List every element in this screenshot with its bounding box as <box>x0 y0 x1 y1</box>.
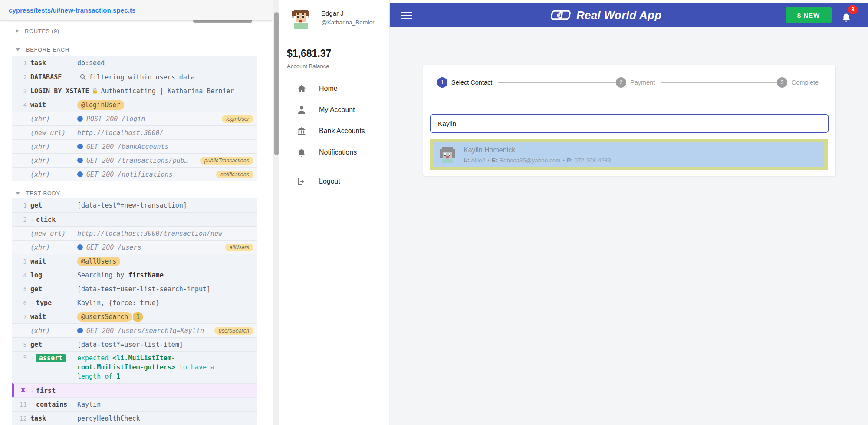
new-transaction-card: 1 Select Contact 2 Payment 3 Complete <box>423 65 835 176</box>
url-value: http://localhost:3000/ <box>77 129 164 137</box>
xhr-row[interactable]: (xhr) GET 200 /notifications notificatio… <box>12 167 257 181</box>
user-list-item-highlight[interactable]: Kaylin Homenick U: Allie2•E: Rebeca35@ya… <box>430 139 828 170</box>
new-url-label: (new url) <box>30 230 77 237</box>
wait-alias-pill: @allUsers <box>77 257 120 266</box>
app-logo: $ $ Real World App <box>549 8 661 23</box>
menu-icon[interactable] <box>401 10 412 20</box>
sidebar-item-bank-accounts[interactable]: Bank Accounts <box>280 120 390 142</box>
sidebar-item-home[interactable]: Home <box>280 78 390 99</box>
wait-alias-count: 1 <box>133 312 143 322</box>
command-name: LOGIN BY XSTATE <box>30 87 89 95</box>
user-avatar <box>290 8 311 29</box>
wait-alias-pill: @usersSearch <box>77 312 132 322</box>
command-value: Searching by firstName <box>77 271 164 279</box>
command-name: -type <box>30 299 77 307</box>
contact-name: Kaylin Homenick <box>464 146 515 154</box>
new-transaction-button[interactable]: $ NEW <box>786 7 832 23</box>
command-row[interactable]: 11 -contains Kaylin <box>12 397 257 411</box>
xhr-row[interactable]: (xhr) GET 200 /users allUsers <box>12 240 257 254</box>
step-1-label: Select Contact <box>451 79 492 86</box>
command-name: DATABASE <box>30 73 77 81</box>
command-row[interactable]: 1 get [data-test*=new-transaction] <box>12 198 257 212</box>
command-name: get <box>30 285 77 293</box>
command-row[interactable]: 4 log Searching by firstName <box>12 268 257 282</box>
route-alias-badge: allUsers <box>225 244 253 251</box>
row-number: 4 <box>12 102 27 109</box>
command-row[interactable]: 1 task db:seed <box>12 56 257 70</box>
command-value: Kaylin <box>77 401 101 409</box>
pin-icon[interactable] <box>14 387 27 394</box>
test-body-section-header[interactable]: TEST BODY <box>16 190 266 197</box>
xhr-row[interactable]: (xhr) GET 200 /transactions/pub… publicT… <box>12 153 257 167</box>
sidebar-item-my-account[interactable]: My Account <box>280 99 390 120</box>
row-number: 2 <box>12 74 27 81</box>
assert-row[interactable]: 9 - assert expected <li.MuiListItem-root… <box>12 351 257 383</box>
xhr-row[interactable]: (xhr) POST 200 /login loginUser <box>12 112 257 125</box>
step-3-circle: 3 <box>777 77 787 88</box>
command-row[interactable]: 4 wait @loginUser <box>12 98 257 112</box>
command-name: log <box>30 271 77 279</box>
row-number: 3 <box>12 88 27 95</box>
command-name: - assert <box>30 354 77 362</box>
main-content: 1 Select Contact 2 Payment 3 Complete <box>390 27 868 425</box>
command-row[interactable]: 3 LOGIN BY XSTATE Authenticating | Katha… <box>12 84 257 98</box>
command-row[interactable]: 12 task percyHealthCheck <box>12 411 257 425</box>
pinned-command-row[interactable]: -first <box>12 383 257 397</box>
sidebar-item-logout[interactable]: Logout <box>280 171 390 192</box>
xhr-label: (xhr) <box>30 171 77 178</box>
row-number: 8 <box>12 341 27 348</box>
app-main: $ $ Real World App $ NEW 8 1 Select Cont… <box>390 0 868 425</box>
command-row[interactable]: 3 wait @allUsers <box>12 254 257 268</box>
sidebar-item-notifications[interactable]: Notifications <box>280 142 390 163</box>
command-name: get <box>30 201 77 209</box>
xhr-label: (xhr) <box>30 157 77 165</box>
xhr-dot-icon <box>77 116 83 122</box>
xhr-value: GET 200 /bankAccounts <box>86 143 169 151</box>
row-number: 3 <box>12 258 27 265</box>
new-url-row[interactable]: (new url) http://localhost:3000/ <box>12 125 257 139</box>
row-number: 4 <box>12 272 27 279</box>
command-row[interactable]: 2 DATABASE filtering within users data <box>12 70 257 84</box>
command-name: wait <box>30 313 77 321</box>
xhr-dot-icon <box>77 171 83 177</box>
app-under-test: Edgar J @Katharina_Bernier $1,681.37 Acc… <box>280 0 868 425</box>
xhr-row[interactable]: (xhr) GET 200 /bankAccounts <box>12 139 257 153</box>
notification-count-badge: 8 <box>848 5 858 14</box>
url-value: http://localhost:3000/transaction/new <box>77 230 222 237</box>
chevron-right-icon <box>16 29 19 33</box>
svg-text:$: $ <box>556 12 560 19</box>
new-url-row[interactable]: (new url) http://localhost:3000/transact… <box>12 226 257 240</box>
app-header: $ $ Real World App $ NEW 8 <box>390 3 868 27</box>
spec-path-link[interactable]: cypress/tests/ui/new-transaction.spec.ts <box>9 7 135 14</box>
command-value: db:seed <box>77 59 105 67</box>
user-list-search-input[interactable] <box>430 114 829 133</box>
command-row[interactable]: 6 -type Kaylin, {force: true} <box>12 296 257 310</box>
rwa-logo-icon: $ $ <box>549 9 573 22</box>
xhr-label: (xhr) <box>30 115 77 123</box>
chevron-down-icon <box>16 48 20 51</box>
row-number: 9 <box>12 354 27 361</box>
command-value: Authenticating | Katharina_Bernier <box>101 87 234 95</box>
command-row[interactable]: 7 wait @usersSearch 1 <box>12 310 257 323</box>
bank-icon <box>296 126 307 136</box>
reporter-scrollbar[interactable] <box>273 0 279 425</box>
before-each-section-header[interactable]: BEFORE EACH <box>16 46 266 53</box>
command-log: ROUTES (9) BEFORE EACH 1 task db:seed 2 … <box>0 20 266 425</box>
xhr-row[interactable]: (xhr) GET 200 /users/search?q=Kaylin use… <box>12 323 257 337</box>
route-alias-badge: notifications <box>216 171 253 178</box>
row-number: 1 <box>12 59 27 66</box>
reporter-header: cypress/tests/ui/new-transaction.spec.ts <box>0 0 273 20</box>
command-name: task <box>30 415 77 422</box>
xhr-label: (xhr) <box>30 143 77 151</box>
user-list-item[interactable]: Kaylin Homenick U: Allie2•E: Rebeca35@ya… <box>434 142 824 167</box>
command-value: filtering within users data <box>89 73 195 81</box>
row-number: 12 <box>12 415 27 422</box>
command-row[interactable]: 2 -click <box>12 212 257 226</box>
app-title: Real World App <box>576 9 661 22</box>
command-row[interactable]: 5 get [data-test=user-list-search-input] <box>12 282 257 296</box>
command-row[interactable]: 8 get [data-test*=user-list-item] <box>12 337 257 351</box>
routes-section-header[interactable]: ROUTES (9) <box>16 27 266 34</box>
xhr-label: (xhr) <box>30 244 77 251</box>
scrollbar-thumb[interactable] <box>274 12 279 155</box>
cypress-reporter: cypress/tests/ui/new-transaction.spec.ts… <box>0 0 273 425</box>
